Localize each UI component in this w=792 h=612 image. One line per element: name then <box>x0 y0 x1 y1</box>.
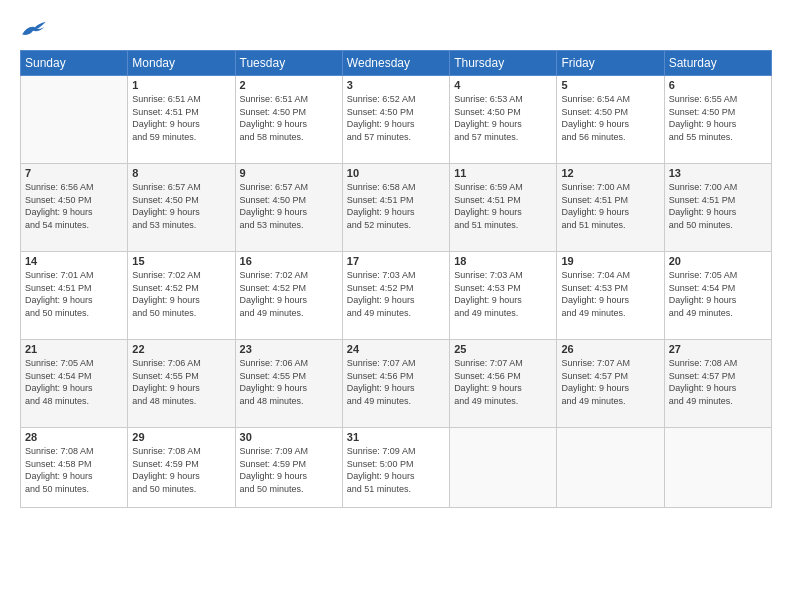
day-info: Sunrise: 7:03 AM Sunset: 4:53 PM Dayligh… <box>454 269 552 319</box>
day-info: Sunrise: 7:00 AM Sunset: 4:51 PM Dayligh… <box>669 181 767 231</box>
day-number: 7 <box>25 167 123 179</box>
calendar-cell: 2Sunrise: 6:51 AM Sunset: 4:50 PM Daylig… <box>235 76 342 164</box>
calendar-cell: 18Sunrise: 7:03 AM Sunset: 4:53 PM Dayli… <box>450 252 557 340</box>
day-number: 13 <box>669 167 767 179</box>
day-number: 9 <box>240 167 338 179</box>
calendar-cell: 22Sunrise: 7:06 AM Sunset: 4:55 PM Dayli… <box>128 340 235 428</box>
weekday-header-friday: Friday <box>557 51 664 76</box>
calendar-cell: 21Sunrise: 7:05 AM Sunset: 4:54 PM Dayli… <box>21 340 128 428</box>
day-number: 11 <box>454 167 552 179</box>
day-info: Sunrise: 7:06 AM Sunset: 4:55 PM Dayligh… <box>240 357 338 407</box>
calendar-cell: 11Sunrise: 6:59 AM Sunset: 4:51 PM Dayli… <box>450 164 557 252</box>
day-info: Sunrise: 7:05 AM Sunset: 4:54 PM Dayligh… <box>25 357 123 407</box>
calendar-cell <box>557 428 664 508</box>
day-info: Sunrise: 7:07 AM Sunset: 4:56 PM Dayligh… <box>347 357 445 407</box>
day-info: Sunrise: 6:52 AM Sunset: 4:50 PM Dayligh… <box>347 93 445 143</box>
day-info: Sunrise: 7:01 AM Sunset: 4:51 PM Dayligh… <box>25 269 123 319</box>
day-info: Sunrise: 7:08 AM Sunset: 4:59 PM Dayligh… <box>132 445 230 495</box>
calendar-week-row: 1Sunrise: 6:51 AM Sunset: 4:51 PM Daylig… <box>21 76 772 164</box>
calendar-cell: 29Sunrise: 7:08 AM Sunset: 4:59 PM Dayli… <box>128 428 235 508</box>
calendar-cell: 30Sunrise: 7:09 AM Sunset: 4:59 PM Dayli… <box>235 428 342 508</box>
calendar-cell: 26Sunrise: 7:07 AM Sunset: 4:57 PM Dayli… <box>557 340 664 428</box>
day-number: 6 <box>669 79 767 91</box>
day-number: 17 <box>347 255 445 267</box>
calendar-cell: 9Sunrise: 6:57 AM Sunset: 4:50 PM Daylig… <box>235 164 342 252</box>
day-number: 10 <box>347 167 445 179</box>
calendar-cell: 12Sunrise: 7:00 AM Sunset: 4:51 PM Dayli… <box>557 164 664 252</box>
calendar-cell <box>450 428 557 508</box>
calendar-week-row: 7Sunrise: 6:56 AM Sunset: 4:50 PM Daylig… <box>21 164 772 252</box>
calendar-cell: 7Sunrise: 6:56 AM Sunset: 4:50 PM Daylig… <box>21 164 128 252</box>
calendar-cell: 25Sunrise: 7:07 AM Sunset: 4:56 PM Dayli… <box>450 340 557 428</box>
day-number: 20 <box>669 255 767 267</box>
day-info: Sunrise: 7:04 AM Sunset: 4:53 PM Dayligh… <box>561 269 659 319</box>
day-number: 14 <box>25 255 123 267</box>
day-number: 5 <box>561 79 659 91</box>
calendar-table: SundayMondayTuesdayWednesdayThursdayFrid… <box>20 50 772 508</box>
weekday-header-saturday: Saturday <box>664 51 771 76</box>
day-info: Sunrise: 6:54 AM Sunset: 4:50 PM Dayligh… <box>561 93 659 143</box>
day-info: Sunrise: 6:53 AM Sunset: 4:50 PM Dayligh… <box>454 93 552 143</box>
calendar-cell: 15Sunrise: 7:02 AM Sunset: 4:52 PM Dayli… <box>128 252 235 340</box>
day-info: Sunrise: 7:09 AM Sunset: 5:00 PM Dayligh… <box>347 445 445 495</box>
weekday-header-tuesday: Tuesday <box>235 51 342 76</box>
day-number: 3 <box>347 79 445 91</box>
day-number: 23 <box>240 343 338 355</box>
calendar-cell: 20Sunrise: 7:05 AM Sunset: 4:54 PM Dayli… <box>664 252 771 340</box>
day-info: Sunrise: 6:57 AM Sunset: 4:50 PM Dayligh… <box>240 181 338 231</box>
day-info: Sunrise: 7:06 AM Sunset: 4:55 PM Dayligh… <box>132 357 230 407</box>
calendar-cell: 4Sunrise: 6:53 AM Sunset: 4:50 PM Daylig… <box>450 76 557 164</box>
calendar-cell: 8Sunrise: 6:57 AM Sunset: 4:50 PM Daylig… <box>128 164 235 252</box>
weekday-header-wednesday: Wednesday <box>342 51 449 76</box>
day-info: Sunrise: 7:08 AM Sunset: 4:58 PM Dayligh… <box>25 445 123 495</box>
day-number: 28 <box>25 431 123 443</box>
weekday-header-sunday: Sunday <box>21 51 128 76</box>
calendar-cell: 31Sunrise: 7:09 AM Sunset: 5:00 PM Dayli… <box>342 428 449 508</box>
day-info: Sunrise: 7:00 AM Sunset: 4:51 PM Dayligh… <box>561 181 659 231</box>
calendar-week-row: 21Sunrise: 7:05 AM Sunset: 4:54 PM Dayli… <box>21 340 772 428</box>
day-info: Sunrise: 6:56 AM Sunset: 4:50 PM Dayligh… <box>25 181 123 231</box>
calendar-cell: 17Sunrise: 7:03 AM Sunset: 4:52 PM Dayli… <box>342 252 449 340</box>
day-info: Sunrise: 6:58 AM Sunset: 4:51 PM Dayligh… <box>347 181 445 231</box>
weekday-header-row: SundayMondayTuesdayWednesdayThursdayFrid… <box>21 51 772 76</box>
calendar-week-row: 14Sunrise: 7:01 AM Sunset: 4:51 PM Dayli… <box>21 252 772 340</box>
day-number: 19 <box>561 255 659 267</box>
calendar-cell: 6Sunrise: 6:55 AM Sunset: 4:50 PM Daylig… <box>664 76 771 164</box>
calendar-cell: 27Sunrise: 7:08 AM Sunset: 4:57 PM Dayli… <box>664 340 771 428</box>
calendar-cell <box>21 76 128 164</box>
calendar-cell: 23Sunrise: 7:06 AM Sunset: 4:55 PM Dayli… <box>235 340 342 428</box>
calendar-cell <box>664 428 771 508</box>
day-info: Sunrise: 7:05 AM Sunset: 4:54 PM Dayligh… <box>669 269 767 319</box>
day-number: 16 <box>240 255 338 267</box>
day-info: Sunrise: 7:02 AM Sunset: 4:52 PM Dayligh… <box>132 269 230 319</box>
header <box>20 18 772 40</box>
day-number: 1 <box>132 79 230 91</box>
day-info: Sunrise: 7:08 AM Sunset: 4:57 PM Dayligh… <box>669 357 767 407</box>
calendar-cell: 16Sunrise: 7:02 AM Sunset: 4:52 PM Dayli… <box>235 252 342 340</box>
page: SundayMondayTuesdayWednesdayThursdayFrid… <box>0 0 792 612</box>
day-number: 8 <box>132 167 230 179</box>
day-info: Sunrise: 7:07 AM Sunset: 4:57 PM Dayligh… <box>561 357 659 407</box>
day-info: Sunrise: 6:55 AM Sunset: 4:50 PM Dayligh… <box>669 93 767 143</box>
day-number: 29 <box>132 431 230 443</box>
weekday-header-monday: Monday <box>128 51 235 76</box>
day-number: 27 <box>669 343 767 355</box>
day-info: Sunrise: 6:51 AM Sunset: 4:50 PM Dayligh… <box>240 93 338 143</box>
day-number: 4 <box>454 79 552 91</box>
day-number: 2 <box>240 79 338 91</box>
day-number: 15 <box>132 255 230 267</box>
calendar-week-row: 28Sunrise: 7:08 AM Sunset: 4:58 PM Dayli… <box>21 428 772 508</box>
weekday-header-thursday: Thursday <box>450 51 557 76</box>
calendar-cell: 1Sunrise: 6:51 AM Sunset: 4:51 PM Daylig… <box>128 76 235 164</box>
calendar-cell: 5Sunrise: 6:54 AM Sunset: 4:50 PM Daylig… <box>557 76 664 164</box>
calendar-cell: 3Sunrise: 6:52 AM Sunset: 4:50 PM Daylig… <box>342 76 449 164</box>
day-number: 12 <box>561 167 659 179</box>
calendar-cell: 19Sunrise: 7:04 AM Sunset: 4:53 PM Dayli… <box>557 252 664 340</box>
day-info: Sunrise: 7:07 AM Sunset: 4:56 PM Dayligh… <box>454 357 552 407</box>
day-info: Sunrise: 6:57 AM Sunset: 4:50 PM Dayligh… <box>132 181 230 231</box>
day-number: 24 <box>347 343 445 355</box>
day-info: Sunrise: 6:59 AM Sunset: 4:51 PM Dayligh… <box>454 181 552 231</box>
calendar-cell: 28Sunrise: 7:08 AM Sunset: 4:58 PM Dayli… <box>21 428 128 508</box>
day-info: Sunrise: 7:09 AM Sunset: 4:59 PM Dayligh… <box>240 445 338 495</box>
day-number: 25 <box>454 343 552 355</box>
